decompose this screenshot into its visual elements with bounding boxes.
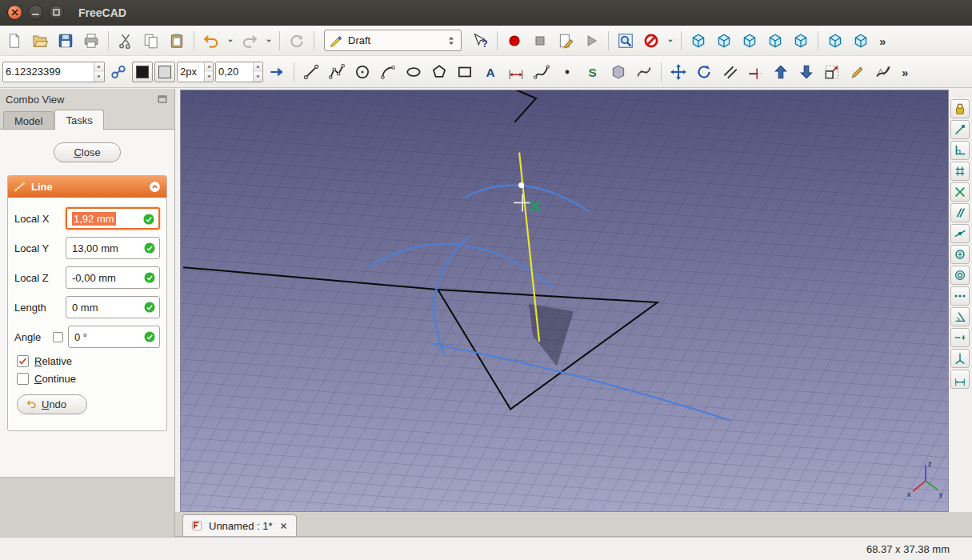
draft-shapestring-button[interactable]: S xyxy=(581,60,605,84)
collapse-task-icon[interactable] xyxy=(148,180,162,194)
snap-angle-button[interactable] xyxy=(950,307,970,326)
float-panel-icon[interactable] xyxy=(156,93,169,106)
workbench-selector[interactable]: Draft xyxy=(324,30,462,51)
snap-perpendicular-button[interactable] xyxy=(950,141,970,160)
document-tab[interactable]: Unnamed : 1* xyxy=(182,514,297,536)
cut-button[interactable] xyxy=(114,29,138,53)
snap-special-button[interactable] xyxy=(950,286,970,306)
modify-trimex-button[interactable] xyxy=(743,60,767,84)
coordinate-spin-up-button[interactable] xyxy=(94,62,104,72)
draft-arc-button[interactable] xyxy=(376,60,400,84)
apply-style-button[interactable] xyxy=(265,60,289,84)
macro-record-button[interactable] xyxy=(502,29,526,53)
snap-intersection-button[interactable] xyxy=(950,182,970,202)
window-close-button[interactable] xyxy=(7,5,22,20)
modify-downgrade-button[interactable] xyxy=(794,60,818,84)
workbench-selector-arrows-icon[interactable] xyxy=(446,34,457,48)
text-scale-spin-up-button[interactable] xyxy=(254,62,262,72)
modify-offset-button[interactable] xyxy=(718,60,742,84)
macro-edit-button[interactable] xyxy=(554,29,578,53)
modify-rotate-button[interactable] xyxy=(692,60,716,84)
toolbar-overflow-button[interactable]: » xyxy=(897,60,921,84)
open-file-button[interactable] xyxy=(28,29,52,53)
save-button[interactable] xyxy=(54,29,78,53)
modify-move-button[interactable] xyxy=(666,60,690,84)
draft-polyline-button[interactable] xyxy=(325,60,349,84)
macro-stop-button[interactable] xyxy=(528,29,552,53)
draft-ellipse-button[interactable] xyxy=(402,60,426,84)
continue-checkbox[interactable] xyxy=(17,373,29,385)
redo-icon xyxy=(241,32,258,50)
draft-dimension-button[interactable] xyxy=(504,60,528,84)
modify-edit-button[interactable] xyxy=(846,60,870,84)
snap-parallel-button[interactable] xyxy=(950,203,970,222)
angle-lock-checkbox[interactable] xyxy=(53,332,63,342)
coordinate-x-input[interactable] xyxy=(3,62,94,82)
coordinate-spin-down-button[interactable] xyxy=(94,72,104,82)
undo-menu-button[interactable] xyxy=(225,29,236,53)
snap-concentric-button[interactable] xyxy=(950,266,970,285)
view-bottom-button[interactable] xyxy=(823,29,847,53)
modify-wire-to-bspline-button[interactable] xyxy=(871,60,895,84)
snap-near-button[interactable] xyxy=(950,224,970,243)
draft-facebinder-button[interactable] xyxy=(606,60,630,84)
text-scale-spin-down-button[interactable] xyxy=(254,72,262,82)
undo-button[interactable] xyxy=(199,29,223,53)
line-width-input[interactable] xyxy=(178,62,204,82)
view-front-button[interactable] xyxy=(712,29,736,53)
snap-endpoint-button[interactable] xyxy=(950,120,970,139)
print-button[interactable] xyxy=(79,29,103,53)
view-axonometric-button[interactable] xyxy=(686,29,710,53)
snap-working-plane-button[interactable] xyxy=(950,349,970,368)
window-minimize-button[interactable] xyxy=(28,5,43,20)
view-left-button[interactable] xyxy=(849,29,873,53)
snap-lock-button[interactable] xyxy=(950,99,970,118)
draft-point-button[interactable] xyxy=(555,60,579,84)
draft-bspline-button[interactable] xyxy=(530,60,554,84)
window-maximize-button[interactable] xyxy=(49,5,64,20)
view-right-button[interactable] xyxy=(763,29,787,53)
new-document-button[interactable] xyxy=(2,29,26,53)
draft-circle-button[interactable] xyxy=(350,60,374,84)
snap-dimensions-button[interactable] xyxy=(950,370,970,389)
box-zoom-button[interactable] xyxy=(614,29,638,53)
local-x-input[interactable]: 1,92 mm xyxy=(66,207,160,230)
line-width-spin-up-button[interactable] xyxy=(205,62,213,72)
redo-menu-button[interactable] xyxy=(263,29,274,53)
draft-rectangle-button[interactable] xyxy=(453,60,477,84)
task-close-button[interactable]: Close xyxy=(54,142,121,162)
tab-tasks[interactable]: Tasks xyxy=(54,110,103,130)
snap-center-button[interactable] xyxy=(950,245,970,264)
snap-grid-button[interactable] xyxy=(950,162,970,181)
relative-checkbox[interactable] xyxy=(17,355,29,367)
undo-button[interactable]: Undo xyxy=(17,394,87,414)
line-color-button[interactable] xyxy=(132,62,153,82)
tab-model[interactable]: Model xyxy=(3,111,54,130)
whats-this-button[interactable]: ? xyxy=(468,29,492,53)
line-width-spin-down-button[interactable] xyxy=(205,72,213,82)
refresh-button[interactable] xyxy=(285,29,309,53)
clipping-menu-button[interactable] xyxy=(665,29,676,53)
document-tab-close-icon[interactable] xyxy=(278,521,289,531)
view-rear-button[interactable] xyxy=(789,29,813,53)
draft-polygon-button[interactable] xyxy=(427,60,451,84)
global-coordinates-toggle-button[interactable] xyxy=(106,60,130,84)
toolbar-overflow-button[interactable]: » xyxy=(874,29,898,53)
macro-play-button[interactable] xyxy=(579,29,603,53)
3d-viewport[interactable]: z x y xyxy=(181,90,948,511)
line-task-header[interactable]: Line xyxy=(8,176,166,198)
draft-bezier-button[interactable] xyxy=(632,60,656,84)
modify-upgrade-button[interactable] xyxy=(769,60,793,84)
draft-text-button[interactable]: A xyxy=(478,60,502,84)
face-color-button[interactable] xyxy=(154,62,175,82)
snap-extension-button[interactable] xyxy=(950,328,970,347)
clipping-plane-button[interactable] xyxy=(639,29,663,53)
paste-button[interactable] xyxy=(165,29,189,53)
modify-scale-button[interactable] xyxy=(820,60,844,84)
draft-line-button[interactable] xyxy=(299,60,323,84)
local-y-label: Local Y xyxy=(14,242,66,254)
view-top-button[interactable] xyxy=(738,29,762,53)
copy-button[interactable] xyxy=(139,29,163,53)
text-scale-input[interactable] xyxy=(216,62,253,82)
redo-button[interactable] xyxy=(238,29,262,53)
